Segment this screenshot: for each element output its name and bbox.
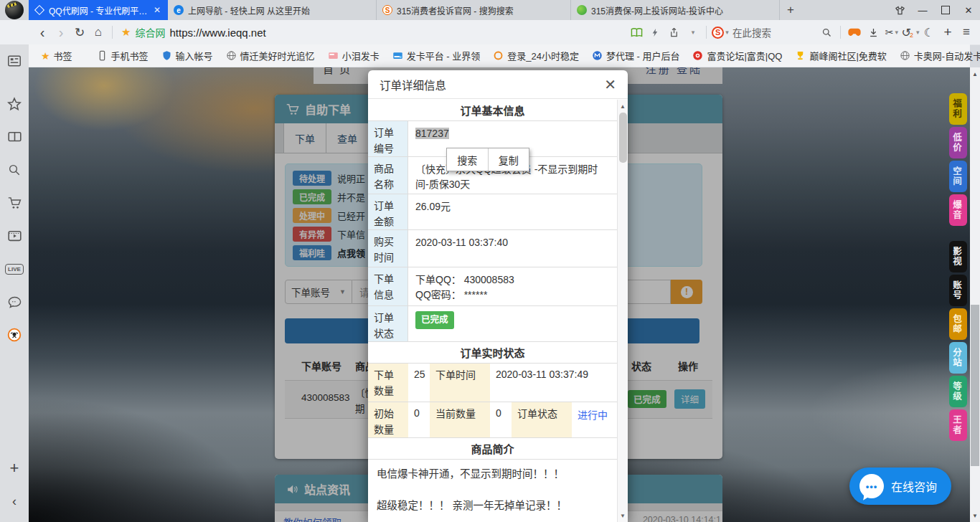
- float-button-zhanghao[interactable]: 账号: [949, 275, 967, 306]
- bookmark-dianfengge[interactable]: 巅峰阁社区|免费软: [790, 47, 891, 65]
- bookmark-kaao[interactable]: 卡奥网-自动发卡平: [895, 47, 980, 65]
- share-chevron-icon[interactable]: ▾: [683, 22, 702, 42]
- night-mode-moon-icon[interactable]: ☾: [920, 22, 938, 42]
- bookmark-account[interactable]: 输入帐号: [156, 47, 218, 65]
- flash-quick-icon[interactable]: [646, 22, 664, 42]
- bookmarks-bar: ★书签 手机书签 输入帐号 情迁美好时光追忆 小泪发卡 发卡平台 - 业界领 登…: [29, 44, 970, 67]
- star-icon: ★: [41, 50, 50, 62]
- notes-list-icon[interactable]: [0, 44, 29, 77]
- bookmark-root[interactable]: ★书签: [36, 47, 77, 65]
- chat-bubble-icon: •••: [859, 474, 884, 498]
- sidebar-collapse-icon[interactable]: ‹: [0, 485, 29, 518]
- bookmark-mengdaili[interactable]: 梦代理 - 用户后台: [587, 47, 685, 65]
- float-button-yingshi[interactable]: 影视: [949, 241, 967, 272]
- url-text[interactable]: https://www.ieqq.net: [169, 27, 265, 39]
- sogou-search-icon[interactable]: S▾: [711, 22, 730, 42]
- address-bar[interactable]: ★ 综合网 https://www.ieqq.net: [117, 22, 627, 42]
- order-progress-link[interactable]: 进行中: [572, 402, 617, 437]
- bookmark-xiaolei-faka[interactable]: 小泪发卡: [323, 47, 385, 65]
- close-window-button[interactable]: ✕: [957, 0, 980, 20]
- scrollbar-thumb[interactable]: [619, 113, 627, 163]
- section-realtime-status: 订单实时状态: [368, 342, 617, 364]
- float-button-baoyin[interactable]: 爆音: [949, 194, 967, 226]
- reading-book-icon[interactable]: [0, 120, 29, 153]
- product-intro-text: 电信爆卡神开通，不显示到期时间！！！ 超级稳定！！！ 亲测一年无掉单记录！！: [368, 460, 617, 522]
- game-center-icon[interactable]: [845, 22, 864, 42]
- scroll-down-icon[interactable]: ▼: [970, 511, 980, 521]
- tab-qq-daishua[interactable]: QQ代刷网 - 专业代刷平台,自助下单 ✕: [29, 0, 168, 20]
- browser-avatar-icon: [5, 1, 24, 19]
- tab4-favicon-leaf-icon: [577, 5, 587, 15]
- section-basic-info: 订单基本信息: [368, 100, 617, 121]
- add-plugin-icon[interactable]: +: [938, 22, 957, 42]
- float-button-dengji[interactable]: 等级: [949, 376, 967, 407]
- menu-hamburger-icon[interactable]: ≡: [957, 22, 976, 42]
- share-icon[interactable]: [664, 22, 683, 42]
- browser-logo: [0, 0, 29, 20]
- favorite-star-icon[interactable]: ★: [121, 26, 131, 39]
- forward-button[interactable]: ›: [52, 22, 70, 42]
- tab-315-xiaofeibao[interactable]: 315消费保-网上投诉网站-投诉中心: [571, 0, 780, 20]
- browser-toolbar: ‹ › ↻ ⌂ ★ 综合网 https://www.ieqq.net ▾ S▾ …: [0, 20, 980, 45]
- row-realtime-1: 下单数量 25 下单时间 2020-03-11 03:37:49: [368, 364, 617, 402]
- football-icon[interactable]: [0, 318, 29, 351]
- tab-title: 上网导航 - 轻快上网 从这里开始: [188, 4, 370, 16]
- video-player-icon[interactable]: [0, 219, 29, 252]
- modal-scrollbar[interactable]: ▲ ▼: [617, 100, 628, 522]
- shopping-cart-icon[interactable]: [0, 186, 29, 219]
- search-icon[interactable]: [817, 22, 836, 42]
- reading-mode-icon[interactable]: [627, 22, 646, 42]
- scroll-up-icon[interactable]: ▲: [618, 101, 628, 111]
- float-button-fuli[interactable]: 福利: [949, 93, 967, 125]
- online-chat-button[interactable]: ••• 在线咨询: [849, 468, 951, 505]
- tab1-favicon-diamond-icon: [34, 5, 44, 15]
- back-button[interactable]: ‹: [33, 22, 52, 42]
- bookmark-mobile[interactable]: 手机书签: [92, 47, 154, 65]
- context-copy-button[interactable]: 复制: [489, 148, 529, 171]
- scroll-up-icon[interactable]: ▲: [970, 69, 980, 79]
- context-search-button[interactable]: 搜索: [447, 148, 489, 171]
- history-undo-icon[interactable]: ↺2▾: [901, 22, 920, 42]
- float-button-kongjian[interactable]: 空间: [949, 161, 967, 192]
- float-button-baoyou[interactable]: 包邮: [949, 308, 967, 340]
- bookmark-faka-platform[interactable]: 发卡平台 - 业界领: [387, 47, 486, 65]
- scroll-down-icon[interactable]: ▼: [618, 511, 628, 521]
- page-scrollbar[interactable]: ▲ ▼: [970, 67, 980, 522]
- left-sidebar: LIVE + ‹: [0, 44, 29, 522]
- bookmark-fugui-forum[interactable]: 富贵论坛|富贵|QQ: [687, 47, 787, 65]
- search-here-label[interactable]: 在此搜索: [730, 25, 774, 39]
- skin-theme-icon[interactable]: [888, 0, 911, 20]
- modal-close-icon[interactable]: ✕: [604, 77, 616, 92]
- float-button-fenzhan[interactable]: 分站: [949, 342, 967, 374]
- browser-window: QQ代刷网 - 专业代刷平台,自助下单 ✕ e 上网导航 - 轻快上网 从这里开…: [0, 0, 980, 522]
- live-icon[interactable]: LIVE: [0, 252, 29, 285]
- tab-315-sogou[interactable]: S 315消费者投诉官网 - 搜狗搜索: [377, 0, 571, 20]
- search-icon[interactable]: [0, 153, 29, 186]
- chat-bubble-icon[interactable]: [0, 285, 29, 318]
- screenshot-scissors-icon[interactable]: ✂▾: [882, 22, 901, 42]
- tab3-favicon-s-icon: S: [382, 5, 392, 15]
- row-purchase-time: 购买时间 2020-03-11 03:37:40: [368, 230, 617, 267]
- bookmark-qingqian[interactable]: 情迁美好时光追忆: [221, 47, 320, 65]
- order-id-value[interactable]: 817237: [415, 128, 449, 139]
- row-order-status: 订单状态 已完成: [368, 306, 617, 342]
- bookmark-login-24h[interactable]: 登录_24小时稳定: [488, 47, 584, 65]
- tab2-favicon-e-icon: e: [174, 5, 184, 15]
- minimize-button[interactable]: —: [911, 0, 934, 20]
- site-category-label: 综合网: [135, 25, 165, 39]
- tab-close-icon[interactable]: ✕: [152, 5, 162, 15]
- float-button-wangzhe[interactable]: 王者: [949, 409, 967, 441]
- favorites-star-icon[interactable]: [0, 87, 29, 120]
- home-button[interactable]: ⌂: [89, 22, 108, 42]
- maximize-button[interactable]: [934, 0, 957, 20]
- tab-title: 315消费保-网上投诉网站-投诉中心: [591, 4, 773, 16]
- tab-navigation[interactable]: e 上网导航 - 轻快上网 从这里开始: [168, 0, 377, 20]
- float-button-dijia[interactable]: 低价: [949, 127, 967, 158]
- refresh-button[interactable]: ↻: [70, 22, 89, 42]
- window-controls: — ✕: [888, 0, 980, 20]
- sidebar-add-icon[interactable]: +: [0, 452, 29, 485]
- download-icon[interactable]: [864, 22, 882, 42]
- new-tab-button[interactable]: +: [780, 0, 801, 20]
- scrollbar-thumb[interactable]: [971, 305, 979, 466]
- text-selection-context-menu: 搜索 复制: [446, 148, 529, 171]
